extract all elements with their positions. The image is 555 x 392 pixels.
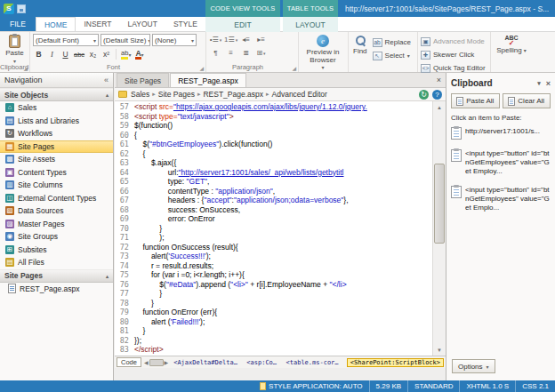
code-line[interactable]: 74 r = result.d.results; (115, 261, 432, 271)
borders-button[interactable]: ⊞▾ (254, 47, 268, 59)
tab-style[interactable]: STYLE (165, 17, 205, 31)
status-style-application[interactable]: STYLE APPLICATION: AUTO (253, 380, 369, 392)
file-item-rest-page[interactable]: REST_Page.aspx (0, 283, 113, 296)
strikethrough-button[interactable]: abc (73, 48, 85, 60)
sidebar-item-master-pages[interactable]: ▨Master Pages (0, 218, 113, 231)
highlight-color-button[interactable]: ab▾ (120, 48, 132, 60)
align-center-button[interactable]: ≣ (239, 47, 253, 59)
sidebar-item-site-groups[interactable]: ◉Site Groups (0, 230, 113, 244)
code-line[interactable]: 69 error: OnError (115, 214, 432, 224)
sidebar-item-external-content-types[interactable]: ◫External Content Types (0, 192, 113, 205)
paragraph-dialog-launcher-icon[interactable]: ◢ (292, 65, 296, 71)
breadcrumb-site-pages[interactable]: Site Pages (158, 90, 195, 99)
code-line[interactable]: 68 success: OnSuccess, (115, 205, 432, 215)
sidebar-item-site-assets[interactable]: ▩Site Assets (0, 153, 113, 166)
pane-close-icon[interactable]: × (546, 79, 551, 88)
hscrollbar-thumb[interactable] (149, 359, 164, 366)
code-editor[interactable]: 57<script src="https://ajax.googleapis.c… (115, 101, 446, 356)
code-line[interactable]: 70 } (115, 224, 432, 234)
find-button[interactable]: Find (351, 34, 369, 61)
spelling-button[interactable]: ABC✓ Spelling ▾ (494, 34, 529, 56)
outdent-button[interactable]: ◂≡ (239, 34, 253, 45)
status-css-schema[interactable]: CSS 2.1 (515, 380, 555, 392)
superscript-button[interactable]: x² (101, 48, 112, 60)
clipboard-item-input-2[interactable]: <input type="button" id="btnGetEmployees… (451, 186, 551, 212)
status-standard[interactable]: STANDARD (407, 380, 459, 392)
font-dialog-launcher-icon[interactable]: ◢ (199, 65, 204, 71)
paste-button[interactable]: Paste▾ (3, 34, 27, 67)
code-line[interactable]: 63 $.ajax({ (115, 158, 432, 168)
sidebar-item-site-pages[interactable]: ▦Site Pages (0, 140, 113, 154)
sidebar-item-all-files[interactable]: ▤All Files (0, 256, 113, 269)
clipboard-item-input-1[interactable]: <input type="button" id="btnGetEmployees… (451, 149, 551, 176)
skewer-click-button[interactable]: ✚Skewer Click (421, 49, 487, 60)
font-color-button[interactable]: A▾ (133, 48, 145, 60)
site-pages-section-header[interactable]: Site Pages ▴ (0, 269, 113, 283)
code-line[interactable]: 77 } (115, 289, 432, 299)
pane-menu-chevron-icon[interactable]: ▾ (537, 80, 541, 87)
underline-button[interactable]: U (60, 48, 71, 60)
scrollbar-thumb[interactable] (434, 164, 445, 244)
code-line[interactable]: 80 alert ('Failed!!!'); (115, 317, 432, 327)
breadcrumb-site[interactable]: Sales (131, 90, 149, 99)
code-line[interactable]: 79 function OnError (err){ (115, 308, 432, 317)
tab-table-layout[interactable]: LAYOUT (287, 20, 333, 29)
paragraph-marks-button[interactable]: ¶ (209, 47, 222, 59)
sidebar-item-content-types[interactable]: ▣Content Types (0, 166, 113, 180)
code-line[interactable]: 64 url:"http://server17:1001/sales/_api/… (115, 168, 432, 178)
clipboard-item-url[interactable]: http://server17:1001/s... (451, 127, 551, 140)
tag-breadcrumb-asp-content[interactable]: <asp:Content> (244, 359, 280, 366)
close-tab-icon[interactable]: × (437, 76, 441, 84)
code-line[interactable]: 58<script type="text/javascript"> (115, 112, 432, 122)
tab-insert[interactable]: INSERT (76, 17, 119, 31)
code-line[interactable]: 57<script src="https://ajax.googleapis.c… (115, 102, 432, 112)
code-line[interactable]: 82}); (115, 336, 432, 346)
sidebar-item-site-columns[interactable]: ▥Site Columns (0, 179, 113, 192)
collapse-pane-icon[interactable]: « (104, 76, 109, 84)
font-family-dropdown[interactable]: (Default Font)▾ (33, 34, 99, 46)
code-line[interactable]: 75 for (var i =0; i<r.length; i++){ (115, 270, 432, 280)
breadcrumb-advanced-editor[interactable]: Advanced Editor (272, 90, 327, 99)
code-line[interactable]: 67 headers : {"accept":"application/json… (115, 196, 432, 205)
font-style-dropdown[interactable]: (None)▾ (152, 34, 197, 46)
tab-home[interactable]: HOME (36, 17, 76, 31)
italic-button[interactable]: I (46, 48, 58, 60)
sidebar-item-subsites[interactable]: ⊞Subsites (0, 244, 113, 257)
status-doctype[interactable]: XHTML 1.0 S (459, 380, 515, 392)
code-line[interactable]: 59$(function() (115, 121, 432, 131)
code-line[interactable]: 65 type: "GET", (115, 177, 432, 187)
scroll-up-icon[interactable]: ▲ (433, 101, 446, 113)
clipboard-dialog-launcher-icon[interactable]: ◢ (23, 65, 28, 71)
code-line[interactable]: 78 } (115, 299, 432, 308)
code-line[interactable]: 62 { (115, 149, 432, 159)
tag-breadcrumb-table[interactable]: <table.ms-core-table... (284, 359, 344, 366)
scroll-left-icon[interactable]: ◀ (144, 359, 149, 365)
vertical-scrollbar[interactable]: ▲ ▼ (432, 101, 446, 356)
options-button[interactable]: Options ▾ (452, 359, 495, 373)
tag-breadcrumb-scriptblock[interactable]: <SharePoint:ScriptBlock> (347, 358, 444, 367)
bold-button[interactable]: B (33, 48, 44, 60)
scroll-right-icon[interactable]: ▶ (165, 359, 169, 365)
align-left-button[interactable]: ≡ (224, 47, 237, 59)
tab-file[interactable]: FILE (0, 17, 36, 31)
sidebar-item-lists-and-libraries[interactable]: ▤Lists and Libraries (0, 115, 113, 128)
clear-all-button[interactable]: Clear All (503, 93, 551, 108)
replace-button[interactable]: abReplace (373, 36, 411, 48)
code-line[interactable]: 60{ (115, 131, 432, 140)
refresh-icon[interactable]: ↻ (419, 90, 429, 100)
horizontal-scrollbar[interactable]: ◀ ▶ (144, 359, 168, 366)
code-line[interactable]: 81 } (115, 326, 432, 336)
site-objects-header[interactable]: Site Objects ▴ (0, 88, 113, 101)
preview-in-browser-button[interactable]: e Preview in Browser ▾ (302, 34, 344, 71)
code-line[interactable]: 73 alert('Success!!!'); (115, 252, 432, 261)
doc-tab-rest-page[interactable]: REST_Page.aspx (170, 73, 246, 87)
doc-tab-site-pages[interactable]: Site Pages (117, 73, 169, 87)
code-line[interactable]: 71 ); (115, 233, 432, 243)
code-line[interactable]: 66 contentType : "application/json", (115, 187, 432, 196)
code-line[interactable]: 61 $("#btnGetEmployees").click(function(… (115, 140, 432, 149)
save-icon[interactable] (17, 4, 26, 13)
scroll-down-icon[interactable]: ▼ (433, 344, 446, 356)
bullets-button[interactable]: •☰▾ (209, 34, 222, 45)
subscript-button[interactable]: x₂ (87, 48, 99, 60)
numbering-button[interactable]: 1☰▾ (224, 34, 237, 45)
